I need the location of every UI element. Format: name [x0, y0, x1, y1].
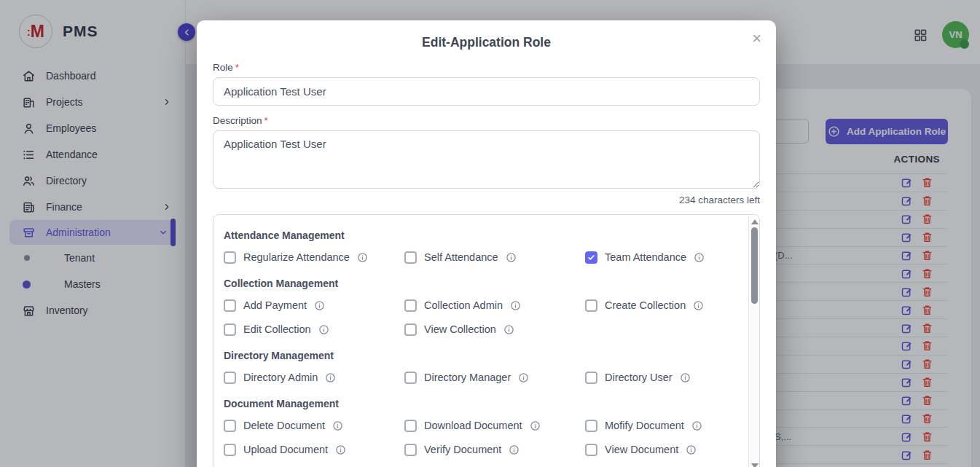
permission-item-add-payment: Add Payment [224, 298, 404, 313]
permission-item-directory-admin: Directory Admin [224, 370, 404, 385]
permission-item-download-document: Download Document [404, 418, 585, 433]
permission-item-team-attendance: Team Attendance [585, 250, 737, 264]
permission-item-self-attendance: Self Attendance [404, 250, 585, 264]
permission-item-directory-user: Directory User [585, 370, 737, 385]
info-icon [509, 444, 520, 455]
scroll-down-arrow-icon[interactable] [751, 463, 758, 467]
permission-item-collection-admin: Collection Admin [404, 298, 585, 313]
info-icon [680, 372, 691, 383]
permission-item-regularize-attendance: Regularize Attendance [224, 250, 404, 264]
checkbox[interactable] [585, 444, 597, 456]
info-icon [503, 324, 514, 335]
info-icon [510, 300, 521, 311]
description-label: Description* [213, 115, 760, 126]
permission-item-edit-collection: Edit Collection [224, 322, 404, 337]
characters-left-counter: 234 characters left [213, 195, 760, 205]
permission-section-title: Document Management [224, 398, 737, 409]
permission-item-create-collection: Create Collection [585, 298, 737, 313]
info-icon [530, 420, 541, 431]
info-icon [518, 372, 529, 383]
checkbox[interactable] [224, 299, 236, 312]
permissions-panel: Attendance Management Regularize Attenda… [213, 214, 760, 467]
role-label: Role* [213, 62, 760, 73]
permission-item-mofify-document: Mofify Document [585, 418, 737, 433]
scrollbar-thumb[interactable] [751, 227, 758, 304]
checkbox[interactable] [224, 444, 236, 456]
info-icon [332, 420, 343, 431]
permission-item-view-collection: View Collection [404, 322, 585, 337]
checkbox[interactable] [585, 299, 597, 312]
permission-section: Collection Management Add Payment Collec… [224, 278, 737, 337]
permission-item-verify-document: Verify Document [404, 442, 585, 457]
checkbox[interactable] [224, 251, 236, 264]
info-icon [325, 372, 336, 383]
checkbox[interactable] [404, 323, 417, 336]
permission-section: Document Management Delete Document Down… [224, 398, 737, 457]
info-icon [686, 444, 697, 455]
info-icon [506, 252, 517, 263]
info-icon [318, 324, 329, 335]
info-icon [314, 300, 325, 311]
checkbox-checked[interactable] [585, 251, 597, 264]
info-icon [335, 444, 346, 455]
info-icon [693, 300, 704, 311]
checkbox[interactable] [224, 420, 236, 432]
checkbox[interactable] [404, 299, 417, 312]
description-textarea[interactable] [213, 130, 760, 189]
checkbox[interactable] [585, 420, 597, 432]
close-icon[interactable]: × [749, 28, 764, 50]
edit-application-role-modal: × Edit-Application Role Role* Descriptio… [197, 20, 776, 467]
checkbox[interactable] [404, 251, 417, 264]
info-icon [691, 420, 702, 431]
permission-item-upload-document: Upload Document [224, 442, 404, 457]
required-asterisk: * [264, 115, 268, 126]
permission-section: Attendance Management Regularize Attenda… [224, 229, 737, 264]
checkbox[interactable] [404, 372, 417, 384]
checkbox[interactable] [404, 420, 417, 432]
scrollbar[interactable] [748, 216, 759, 467]
info-icon [694, 252, 705, 263]
permission-section-title: Directory Management [224, 350, 737, 361]
scroll-up-arrow-icon[interactable] [751, 219, 758, 224]
checkbox[interactable] [404, 444, 417, 456]
permission-item-delete-document: Delete Document [224, 418, 404, 433]
permission-item-view-document: View Document [585, 442, 737, 457]
checkbox[interactable] [224, 372, 236, 384]
permission-section-title: Attendance Management [224, 229, 737, 241]
permission-section-title: Collection Management [224, 278, 737, 289]
checkbox[interactable] [585, 372, 597, 384]
modal-title: Edit-Application Role [213, 35, 760, 50]
checkbox[interactable] [224, 323, 236, 336]
info-icon [357, 252, 368, 263]
permission-section: Directory Management Directory Admin Dir… [224, 350, 737, 385]
required-asterisk: * [235, 62, 239, 73]
role-input[interactable] [213, 77, 760, 106]
permission-item-directory-manager: Directory Manager [404, 370, 585, 385]
